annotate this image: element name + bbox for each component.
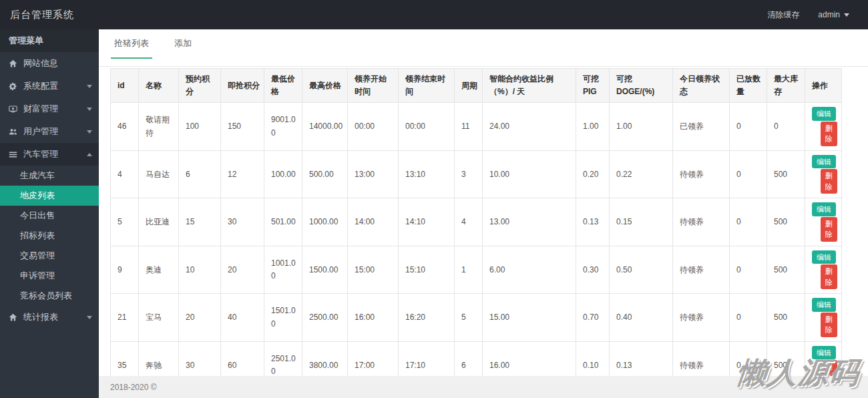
sidebar-item-users[interactable]: 用户管理 <box>0 120 99 143</box>
sidebar-subitem-today-sales[interactable]: 今日出售 <box>0 206 99 226</box>
col-header: 今日领养状态 <box>673 69 730 103</box>
username: admin <box>818 10 840 19</box>
cell-max-price: 1000.00 <box>302 198 348 246</box>
delete-button[interactable]: 删除 <box>821 122 837 146</box>
cell-pig: 0.30 <box>576 246 610 294</box>
wealth-icon <box>9 105 20 114</box>
sidebar-subitem-bid-members[interactable]: 竞标会员列表 <box>0 286 99 306</box>
sidebar-subitem-bid-list[interactable]: 招标列表 <box>0 226 99 246</box>
cell-adopt-end: 14:10 <box>399 198 455 246</box>
cell-adopt-status: 待领养 <box>673 150 730 198</box>
cell-released-count: 0 <box>730 246 767 294</box>
row-actions: 编辑 删除 <box>805 294 842 342</box>
cell-id: 5 <box>111 198 139 246</box>
cell-adopt-start: 16:00 <box>348 294 399 342</box>
col-header: 最高价格 <box>302 69 348 103</box>
col-header: 即抢积分 <box>221 69 264 103</box>
cell-grab-points: 40 <box>221 294 264 342</box>
cell-min-price: 501.00 <box>264 198 302 246</box>
cell-adopt-end: 16:20 <box>399 294 455 342</box>
sidebar-subitem-land-list[interactable]: 地皮列表 <box>0 186 99 206</box>
col-header: 最低价格 <box>264 69 302 103</box>
col-header: 已放数量 <box>730 69 767 103</box>
sidebar-item-stats-report[interactable]: 统计报表 <box>0 306 99 329</box>
col-header: id <box>111 69 139 103</box>
cell-doge: 0.22 <box>610 150 673 198</box>
cell-min-price: 9001.00 <box>264 103 302 151</box>
delete-button[interactable]: 删除 <box>821 264 837 289</box>
col-header: 领养结束时间 <box>399 69 455 103</box>
cell-yield-ratio: 24.00 <box>483 103 576 151</box>
cell-pig: 0.20 <box>576 150 610 198</box>
delete-button[interactable]: 删除 <box>821 217 837 242</box>
cell-released-count: 0 <box>730 103 767 151</box>
col-header: 最大库存 <box>767 69 805 103</box>
cell-name: 奥迪 <box>139 246 179 294</box>
table-body: 46 敬请期待 100 150 9001.00 14000.00 00:00 0… <box>111 103 842 398</box>
table-row: 5 比亚迪 15 30 501.00 1000.00 14:00 14:10 4… <box>111 198 842 246</box>
table-row: 46 敬请期待 100 150 9001.00 14000.00 00:00 0… <box>111 103 842 151</box>
cell-max-stock: 500 <box>767 246 805 294</box>
row-actions: 编辑 删除 <box>805 246 842 294</box>
cell-doge: 0.50 <box>610 246 673 294</box>
cell-max-stock: 0 <box>767 103 805 151</box>
edit-button[interactable]: 编辑 <box>812 250 836 264</box>
sidebar-item-system-config[interactable]: 系统配置 <box>0 75 99 97</box>
sidebar-item-site-info[interactable]: 网站信息 <box>0 52 99 75</box>
cell-released-count: 0 <box>730 294 767 342</box>
cell-adopt-status: 已领养 <box>673 103 730 151</box>
col-header: 领养开始时间 <box>348 69 399 103</box>
app-title: 后台管理系统 <box>0 9 74 21</box>
cell-name: 宝马 <box>139 294 179 342</box>
cell-adopt-status: 待领养 <box>673 246 730 294</box>
tab-add[interactable]: 添加 <box>171 29 195 59</box>
sidebar-item-cars[interactable]: 汽车管理 <box>0 143 99 166</box>
cell-id: 4 <box>111 150 139 198</box>
sidebar-item-wealth[interactable]: 财富管理 <box>0 97 99 120</box>
edit-button[interactable]: 编辑 <box>812 107 836 121</box>
tabbar-divider <box>99 59 868 67</box>
edit-button[interactable]: 编辑 <box>812 346 836 360</box>
sidebar: 管理菜单 网站信息 系统配置 财富管理 用户管理 汽车管理 生成汽车 <box>0 29 99 398</box>
cell-adopt-status: 待领养 <box>673 198 730 246</box>
col-header: 操作 <box>805 69 842 103</box>
cell-released-count: 0 <box>730 198 767 246</box>
cell-grab-points: 30 <box>221 198 264 246</box>
cell-name: 马自达 <box>139 150 179 198</box>
cell-doge: 0.40 <box>610 294 673 342</box>
edit-button[interactable]: 编辑 <box>812 202 836 216</box>
home-icon <box>9 59 20 68</box>
tab-pig-list[interactable]: 抢猪列表 <box>111 29 152 59</box>
sidebar-subitem-appeal-mgmt[interactable]: 申诉管理 <box>0 266 99 286</box>
copyright-text: 2018-2020 © <box>110 383 157 392</box>
cell-min-price: 1001.00 <box>264 246 302 294</box>
sidebar-subitem-trade-mgmt[interactable]: 交易管理 <box>0 246 99 266</box>
user-menu[interactable]: admin <box>818 10 849 19</box>
cell-cycle: 1 <box>455 246 483 294</box>
cell-grab-points: 12 <box>221 150 264 198</box>
chevron-up-icon <box>87 153 92 156</box>
table-row: 21 宝马 20 40 1501.00 2500.00 16:00 16:20 … <box>111 294 842 342</box>
edit-button[interactable]: 编辑 <box>812 155 836 169</box>
cell-released-count: 0 <box>730 150 767 198</box>
cell-reserve-points: 10 <box>179 246 221 294</box>
delete-button[interactable]: 删除 <box>821 169 837 194</box>
sidebar-header: 管理菜单 <box>0 29 99 52</box>
row-actions: 编辑 删除 <box>805 198 842 246</box>
cell-reserve-points: 20 <box>179 294 221 342</box>
cell-id: 21 <box>111 294 139 342</box>
cell-adopt-end: 13:10 <box>399 150 455 198</box>
cell-reserve-points: 15 <box>179 198 221 246</box>
cell-adopt-start: 14:00 <box>348 198 399 246</box>
cell-reserve-points: 100 <box>179 103 221 151</box>
delete-button[interactable]: 删除 <box>821 313 837 337</box>
cell-pig: 0.13 <box>576 198 610 246</box>
clear-cache-button[interactable]: 清除缓存 <box>767 9 799 21</box>
edit-button[interactable]: 编辑 <box>812 298 836 312</box>
users-icon <box>9 128 20 136</box>
sidebar-subitem-generate-cars[interactable]: 生成汽车 <box>0 166 99 186</box>
table-row: 9 奥迪 10 20 1001.00 1500.00 15:00 15:10 1… <box>111 246 842 294</box>
col-header: 智能合约收益比例（%）/ 天 <box>483 69 576 103</box>
cell-adopt-end: 00:00 <box>399 103 455 151</box>
cell-min-price: 100.00 <box>264 150 302 198</box>
